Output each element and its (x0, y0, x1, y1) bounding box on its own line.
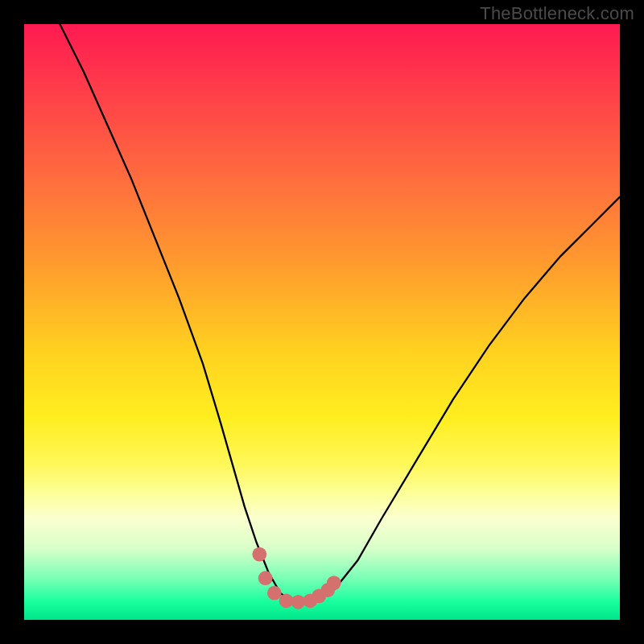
svg-point-2 (267, 586, 282, 601)
chart-frame: TheBottleneck.com (0, 0, 644, 644)
curve-layer (24, 24, 620, 620)
svg-point-8 (327, 576, 341, 590)
svg-point-0 (252, 547, 266, 562)
watermark-text: TheBottleneck.com (480, 3, 634, 24)
trough-markers (252, 547, 341, 609)
svg-point-1 (258, 571, 273, 585)
plot-area (24, 24, 620, 620)
bottleneck-curve (60, 24, 620, 602)
